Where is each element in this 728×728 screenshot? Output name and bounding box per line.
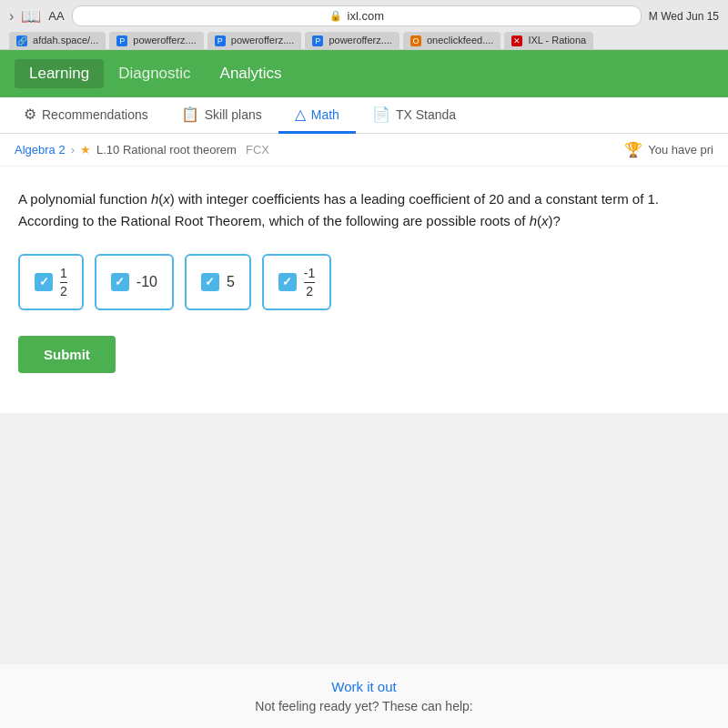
- subnav-recommendations[interactable]: ⚙ Recommendations: [7, 97, 165, 134]
- browser-tab-bar: 🔗 afdah.space/... P powerofferz.... P po…: [9, 32, 719, 49]
- lock-icon: 🔒: [329, 10, 342, 22]
- tab-icon-p3: P: [312, 35, 323, 46]
- choice-one-half[interactable]: ✓ 1 2: [18, 254, 84, 310]
- trophy-icon: 🏆: [624, 141, 642, 158]
- main-content: A polynomial function h(x) with integer …: [0, 167, 728, 413]
- checkmark-c2: ✓: [111, 273, 129, 291]
- tab-icon-o: O: [410, 35, 421, 46]
- nav-analytics[interactable]: Analytics: [206, 59, 297, 88]
- math-icon: △: [295, 106, 306, 123]
- tab-power1[interactable]: P powerofferz....: [109, 32, 204, 49]
- content-area: A polynomial function h(x) with integer …: [0, 167, 728, 728]
- bookmarks-icon[interactable]: 📖: [21, 6, 41, 26]
- main-nav: Learning Diagnostic Analytics: [0, 50, 728, 97]
- answer-choices: ✓ 1 2 ✓ -10 ✓ 5: [18, 254, 710, 310]
- breadcrumb-separator: ›: [71, 143, 75, 157]
- tab-oneclickfeed[interactable]: O oneclickfeed....: [403, 32, 500, 49]
- page-wrapper: › 📖 AA 🔒 ixl.com M Wed Jun 15 🔗 afdah.sp…: [0, 0, 728, 728]
- tab-power2[interactable]: P powerofferz....: [207, 32, 302, 49]
- choice-neg-one-half[interactable]: ✓ -1 2: [262, 254, 331, 310]
- breadcrumb-star-icon: ★: [80, 143, 91, 157]
- submit-button[interactable]: Submit: [18, 336, 116, 373]
- tab-icon-p2: P: [215, 35, 226, 46]
- choice-label-c4: -1 2: [304, 265, 315, 299]
- choice-five[interactable]: ✓ 5: [185, 254, 251, 310]
- tab-afdah[interactable]: 🔗 afdah.space/...: [9, 32, 106, 49]
- tab-power3[interactable]: P powerofferz....: [305, 32, 399, 49]
- subnav-skill-plans[interactable]: 📋 Skill plans: [165, 97, 278, 134]
- checkmark-c1: ✓: [35, 273, 53, 291]
- work-it-out-section: Work it out Not feeling ready yet? These…: [0, 663, 728, 728]
- date-display: M Wed Jun 15: [649, 10, 719, 23]
- subnav-tx-standards[interactable]: 📄 TX Standa: [356, 97, 472, 134]
- prize-text: You have pri: [648, 143, 713, 157]
- browser-chrome: › 📖 AA 🔒 ixl.com M Wed Jun 15 🔗 afdah.sp…: [0, 0, 728, 50]
- text-size-button[interactable]: AA: [48, 9, 64, 23]
- url-text: ixl.com: [348, 9, 384, 23]
- breadcrumb-algebra2[interactable]: Algebra 2: [15, 143, 66, 157]
- tab-ixl[interactable]: ✕ IXL - Rationa: [504, 32, 593, 49]
- address-bar[interactable]: 🔒 ixl.com: [72, 5, 642, 26]
- choice-label-c2: -10: [136, 274, 157, 290]
- skill-plans-icon: 📋: [181, 106, 199, 123]
- recommendations-icon: ⚙: [24, 106, 36, 123]
- checkmark-c4: ✓: [278, 273, 297, 291]
- breadcrumb-bar: Algebra 2 › ★ L.10 Rational root theorem…: [0, 134, 728, 167]
- nav-learning[interactable]: Learning: [15, 59, 104, 88]
- work-it-out-subtitle: Not feeling ready yet? These can help:: [18, 699, 710, 713]
- tab-icon-afdah: 🔗: [16, 35, 27, 46]
- work-it-out-link[interactable]: Work it out: [331, 679, 396, 694]
- tab-icon-p1: P: [116, 35, 127, 46]
- breadcrumb: Algebra 2 › ★ L.10 Rational root theorem…: [15, 143, 269, 157]
- checkmark-c3: ✓: [201, 273, 219, 291]
- nav-diagnostic[interactable]: Diagnostic: [104, 59, 205, 88]
- choice-neg-ten[interactable]: ✓ -10: [95, 254, 174, 310]
- sub-nav: ⚙ Recommendations 📋 Skill plans △ Math 📄…: [0, 97, 728, 134]
- subnav-math[interactable]: △ Math: [278, 97, 356, 134]
- choice-label-c1: 1 2: [60, 265, 67, 299]
- breadcrumb-code: FCX: [246, 143, 269, 157]
- question-text: A polynomial function h(x) with integer …: [18, 188, 710, 232]
- tx-standards-icon: 📄: [372, 106, 390, 123]
- back-button[interactable]: ›: [9, 8, 14, 25]
- tab-icon-x: ✕: [511, 35, 522, 46]
- breadcrumb-lesson: L.10 Rational root theorem: [96, 143, 237, 157]
- prize-area: 🏆 You have pri: [624, 141, 713, 158]
- choice-label-c3: 5: [227, 274, 235, 290]
